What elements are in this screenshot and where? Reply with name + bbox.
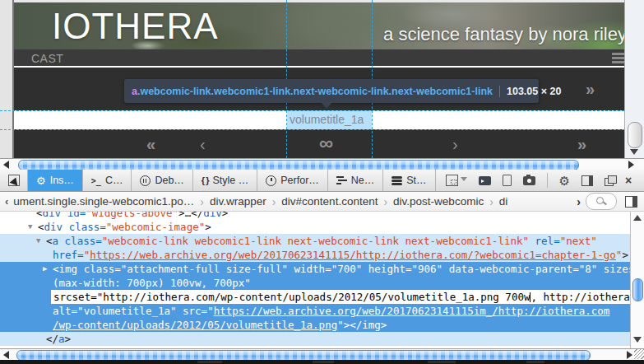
- scroll-right-arrow[interactable]: [627, 351, 632, 359]
- browser-window: IOTHERA a science fantasy by nora riley …: [0, 0, 644, 364]
- inspector-horizontal-guide: [0, 110, 624, 111]
- dom-tree-row[interactable]: /wp-content/uploads/2012/05/volumetitle_…: [0, 318, 630, 332]
- popout-icon[interactable]: [605, 178, 614, 186]
- breadcrumb-item[interactable]: div.wrapper: [210, 195, 266, 208]
- menu-item-cast[interactable]: CAST: [31, 52, 63, 65]
- window-left-edge: [0, 0, 14, 158]
- tooltip-dimensions: 103.05 × 20: [507, 86, 561, 97]
- dom-tree-row[interactable]: </a>: [0, 332, 630, 346]
- nav-first-button[interactable]: «: [146, 136, 155, 152]
- breadcrumb-separator: ›: [489, 195, 493, 208]
- breadcrumb: ument.single.single-webcomic1.po…›div.wr…: [13, 195, 572, 208]
- scroll-left-arrow[interactable]: [3, 351, 9, 359]
- sidebar-toggle-icon[interactable]: [625, 196, 637, 208]
- scroll-right-arrow[interactable]: [628, 161, 634, 169]
- tooltip-tag-name: a: [132, 86, 137, 97]
- tooltip-classes: .webcomic-link.webcomic1-link.next-webco…: [137, 86, 493, 97]
- tab-label: Ins…: [50, 175, 74, 186]
- comic-alt-text[interactable]: volumetitle_1a: [290, 113, 364, 126]
- frame-select-icon[interactable]: [446, 175, 467, 186]
- tooltip-divider: [499, 86, 500, 97]
- network-icon: [336, 176, 347, 184]
- devtools-tabbar: ⚙Ins…>_C…Deb…{ }Style …Perfor…Ne…St… ⚙ ×: [0, 170, 644, 192]
- settings-icon[interactable]: ⚙: [559, 175, 570, 187]
- tab-label: Style …: [212, 175, 248, 186]
- collapse-arrow-icon[interactable]: ▶: [43, 262, 47, 276]
- expand-arrow-icon[interactable]: ▼: [36, 234, 40, 248]
- breadcrumb-item[interactable]: ument.single.single-webcomic1.po…: [13, 195, 194, 208]
- breadcrumb-item[interactable]: div#content.content: [281, 195, 378, 208]
- page-vertical-scrollbar[interactable]: [624, 0, 644, 158]
- breadcrumb-scroll-right-icon[interactable]: ›: [577, 195, 581, 208]
- element-picker-icon[interactable]: [0, 170, 28, 191]
- devtools-breadcrumb-bar: ‹ ument.single.single-webcomic1.po…›div.…: [0, 192, 644, 212]
- nav-previous-button[interactable]: ‹: [200, 136, 206, 152]
- nav-last-button[interactable]: »: [586, 81, 595, 97]
- breadcrumb-item[interactable]: di: [499, 195, 508, 208]
- dom-tree-row[interactable]: ▼<div class="webcomic-image">: [0, 220, 630, 234]
- storage-icon: [391, 176, 402, 185]
- attribute-edit-input[interactable]: srcset="http://iothera.com/wp-content/up…: [51, 290, 630, 304]
- page-vscroll-thumb[interactable]: [628, 122, 642, 148]
- breadcrumb-scroll-left-icon[interactable]: ‹: [5, 195, 8, 208]
- screenshot-icon[interactable]: [523, 176, 535, 185]
- tab-st[interactable]: St…: [383, 170, 435, 191]
- tab-label: Perfor…: [280, 175, 319, 186]
- expand-arrow-icon[interactable]: ▼: [28, 220, 32, 234]
- site-menubar: CAST: [14, 49, 624, 68]
- tab-ins[interactable]: ⚙Ins…: [28, 170, 83, 191]
- breadcrumb-separator: ›: [200, 195, 204, 208]
- inspector-icon: ⚙: [36, 175, 46, 186]
- tab-label: C…: [105, 175, 123, 186]
- breadcrumb-separator: ›: [272, 195, 276, 208]
- dom-tree-row[interactable]: href="https://web.archive.org/web/201706…: [0, 248, 630, 262]
- nav-last-button[interactable]: »: [577, 136, 586, 152]
- close-icon[interactable]: ×: [625, 175, 632, 186]
- window-resize-grip[interactable]: [634, 349, 644, 359]
- scroll-down-arrow[interactable]: [633, 337, 642, 343]
- dock-side-icon[interactable]: [581, 175, 593, 186]
- comic-nav-bottom: « ‹ ∞ › »: [14, 129, 624, 158]
- scroll-down-arrow[interactable]: [630, 149, 638, 155]
- breadcrumb-item[interactable]: div.post-webcomic: [393, 195, 484, 208]
- tooltip-caret: [321, 102, 332, 109]
- performance-icon: [266, 175, 276, 186]
- tab-label: Ne…: [351, 175, 374, 186]
- dom-tree-row[interactable]: srcset="http://iothera.com/wp-content/up…: [0, 290, 630, 304]
- window-bottom-edge: [0, 360, 644, 364]
- tab-ne[interactable]: Ne…: [328, 170, 383, 191]
- split-console-icon[interactable]: [479, 176, 491, 185]
- dom-tree-row[interactable]: ▼<a class="webcomic-link webcomic1-link …: [0, 234, 630, 248]
- style-editor-icon: { }: [202, 175, 209, 185]
- site-tagline: a science fantasy by nora riley: [14, 24, 624, 45]
- dom-tree-row[interactable]: <div id="widgets-above">…</div>: [0, 212, 630, 220]
- tab-perfor[interactable]: Perfor…: [257, 170, 328, 191]
- tab-style[interactable]: { }Style …: [193, 170, 257, 191]
- devtools-vscroll-thumb[interactable]: [632, 278, 643, 301]
- dom-tree-row[interactable]: (max-width: 700px) 100vw, 700px": [0, 276, 630, 290]
- tab-c[interactable]: >_C…: [83, 170, 132, 191]
- tab-label: Deb…: [155, 175, 183, 186]
- nav-random-infinity-button[interactable]: ∞: [319, 133, 333, 153]
- nav-next-button[interactable]: ›: [452, 136, 458, 152]
- dom-tree-row[interactable]: alt="volumetitle_1a" src="https://web.ar…: [0, 304, 630, 318]
- scroll-left-arrow[interactable]: [3, 161, 9, 169]
- responsive-mode-icon[interactable]: [503, 175, 512, 186]
- devtools-vertical-scrollbar[interactable]: [630, 212, 644, 348]
- tab-label: St…: [406, 175, 426, 186]
- breadcrumb-separator: ›: [383, 195, 387, 208]
- inspector-node-tooltip: a.webcomic-link.webcomic1-link.next-webc…: [124, 79, 539, 103]
- console-icon: >_: [91, 176, 101, 185]
- site-banner: IOTHERA a science fantasy by nora riley: [14, 2, 624, 49]
- tab-deb[interactable]: Deb…: [132, 170, 192, 191]
- toolbar-separator: [547, 173, 548, 188]
- dom-tree-row[interactable]: ▶<img class="attachment-full size-full" …: [0, 262, 630, 276]
- search-icon[interactable]: [586, 193, 617, 210]
- scroll-up-arrow[interactable]: [633, 215, 642, 221]
- debugger-icon: [140, 175, 151, 186]
- inspector-horizontal-guide: [0, 129, 624, 130]
- dom-tree-pane: <div id="widgets-above">…</div>▼<div cla…: [0, 212, 630, 348]
